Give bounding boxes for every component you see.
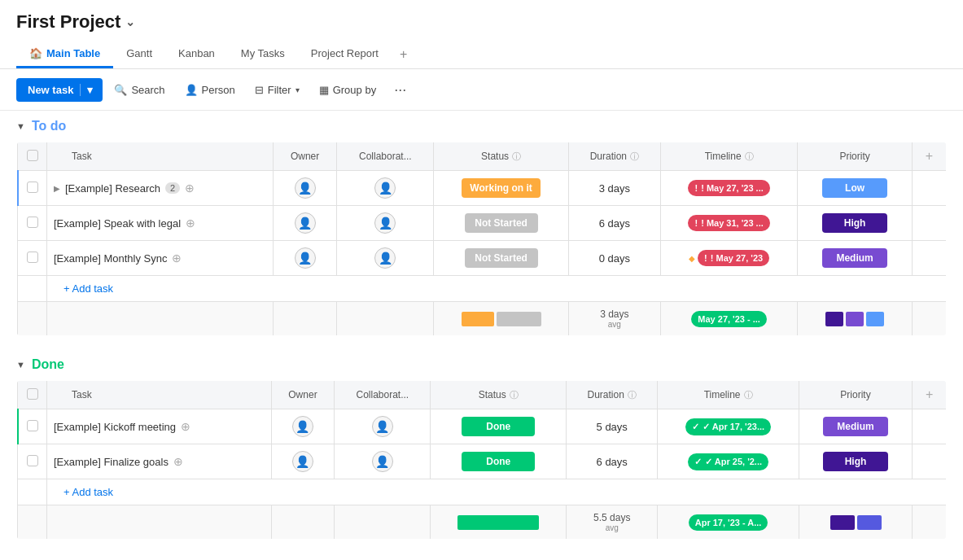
status-cell[interactable]: Done [431, 409, 567, 444]
add-subtask-icon[interactable]: ⊕ [173, 455, 183, 468]
collab-cell[interactable]: 👤 [337, 206, 434, 241]
filter-button[interactable]: ⊟ Filter ▾ [247, 79, 308, 101]
collab-cell[interactable]: 👤 [335, 409, 431, 444]
tab-kanban[interactable]: Kanban [165, 41, 228, 68]
status-badge: Not Started [465, 248, 538, 268]
priority-cell[interactable]: High [799, 444, 912, 479]
project-title-bar: First Project ⌄ [16, 11, 947, 33]
add-subtask-icon[interactable]: ⊕ [186, 217, 195, 230]
collab-cell[interactable]: 👤 [337, 241, 434, 276]
tab-my-tasks[interactable]: My Tasks [228, 41, 298, 68]
row-checkbox[interactable] [27, 217, 38, 228]
done-add-column-header[interactable]: + [913, 381, 947, 409]
done-add-task-row[interactable]: + Add task [18, 479, 947, 505]
more-icon: ··· [394, 81, 406, 98]
tab-main-table[interactable]: 🏠 Main Table [16, 41, 113, 68]
table-row: [Example] Kickoff meeting ⊕ 👤 👤 Done 5 d… [18, 409, 947, 444]
more-options-button[interactable]: ··· [387, 77, 413, 102]
row-checkbox-cell[interactable] [18, 206, 47, 241]
tab-project-report[interactable]: Project Report [298, 41, 392, 68]
done-status-info-icon[interactable]: ⓘ [510, 389, 519, 401]
owner-cell[interactable]: 👤 [271, 444, 335, 479]
task-name-cell: [Example] Monthly Sync ⊕ [47, 241, 274, 276]
done-select-all-header[interactable] [18, 381, 47, 409]
todo-add-column-header[interactable]: + [912, 142, 946, 171]
todo-status-column-header: Status ⓘ [434, 142, 568, 171]
status-info-icon[interactable]: ⓘ [512, 151, 521, 163]
collab-cell[interactable]: 👤 [335, 444, 431, 479]
todo-priority-column-header: Priority [798, 142, 912, 171]
new-task-dropdown-arrow[interactable]: ▾ [80, 84, 93, 96]
timeline-cell[interactable]: ✓✓ Apr 17, '23... [658, 409, 799, 444]
timeline-cell[interactable]: ◆ !! May 27, '23 [660, 241, 798, 276]
status-cell[interactable]: Done [431, 444, 567, 479]
todo-section-header[interactable]: ▼ To do [0, 111, 963, 142]
add-subtask-icon[interactable]: ⊕ [181, 420, 190, 433]
select-all-checkbox[interactable] [27, 150, 38, 161]
owner-cell[interactable]: 👤 [273, 171, 336, 206]
person-button[interactable]: 👤 Person [177, 79, 243, 101]
owner-cell[interactable]: 👤 [271, 409, 335, 444]
row-checkbox[interactable] [27, 455, 38, 466]
row-add-cell [912, 206, 946, 241]
owner-avatar: 👤 [295, 247, 316, 269]
select-all-checkbox-done[interactable] [27, 388, 38, 400]
todo-owner-column-header: Owner [273, 142, 336, 171]
done-section-header[interactable]: ▼ Done [0, 349, 963, 380]
add-task-label[interactable]: + Add task [47, 276, 947, 302]
row-add-cell [913, 409, 947, 444]
row-checkbox-cell[interactable] [18, 241, 47, 276]
status-cell[interactable]: Not Started [434, 241, 568, 276]
row-checkbox[interactable] [27, 420, 38, 431]
add-subtask-icon[interactable]: ⊕ [185, 182, 195, 195]
todo-timeline-summary: May 27, '23 - ... [660, 302, 798, 336]
duration-info-icon[interactable]: ⓘ [630, 151, 639, 163]
todo-toggle-icon[interactable]: ▼ [16, 121, 25, 131]
timeline-cell[interactable]: !! May 27, '23 ... [660, 171, 798, 206]
status-badge: Working on it [462, 178, 540, 198]
owner-cell[interactable]: 👤 [273, 206, 336, 241]
timeline-cell[interactable]: !! May 31, '23 ... [660, 206, 798, 241]
priority-bar-high [825, 312, 843, 326]
timeline-info-icon[interactable]: ⓘ [745, 151, 754, 163]
done-timeline-column-header: Timeline ⓘ [658, 381, 799, 409]
priority-cell[interactable]: Low [798, 171, 912, 206]
owner-avatar: 👤 [292, 451, 313, 472]
collab-cell[interactable]: 👤 [337, 171, 434, 206]
tab-gantt[interactable]: Gantt [113, 41, 165, 68]
collab-avatar: 👤 [374, 177, 396, 199]
tab-add-button[interactable]: + [392, 41, 415, 68]
done-toggle-icon[interactable]: ▼ [16, 360, 25, 370]
row-checkbox-cell[interactable] [18, 444, 47, 479]
done-duration-info-icon[interactable]: ⓘ [628, 389, 637, 401]
done-add-column-icon[interactable]: + [926, 387, 933, 401]
search-button[interactable]: 🔍 Search [106, 79, 173, 101]
todo-section: ▼ To do Task Owner Collaborat... [0, 111, 963, 336]
row-checkbox-cell[interactable] [18, 171, 47, 206]
row-checkbox[interactable] [27, 182, 38, 193]
done-task-column-header: Task [47, 381, 272, 409]
todo-duration-column-header: Duration ⓘ [568, 142, 660, 171]
add-task-row[interactable]: + Add task [18, 276, 947, 302]
priority-cell[interactable]: High [798, 206, 912, 241]
task-name-cell: [Example] Kickoff meeting ⊕ [47, 409, 272, 444]
row-checkbox[interactable] [27, 252, 38, 263]
status-cell[interactable]: Not Started [434, 206, 568, 241]
priority-cell[interactable]: Medium [799, 409, 912, 444]
new-task-button[interactable]: New task ▾ [16, 78, 103, 102]
priority-cell[interactable]: Medium [798, 241, 912, 276]
expand-arrow-icon[interactable]: ▶ [54, 184, 60, 193]
group-by-button[interactable]: ▦ Group by [311, 79, 384, 101]
done-add-task-label[interactable]: + Add task [47, 479, 947, 505]
todo-select-all-header[interactable] [18, 142, 47, 171]
project-title-chevron[interactable]: ⌄ [125, 15, 135, 28]
status-cell[interactable]: Working on it [434, 171, 568, 206]
timeline-cell[interactable]: ✓✓ Apr 25, '2... [658, 444, 799, 479]
add-subtask-icon[interactable]: ⊕ [172, 252, 182, 265]
add-column-icon[interactable]: + [926, 149, 933, 163]
page-header: First Project ⌄ 🏠 Main Table Gantt Kanba… [0, 0, 963, 69]
owner-cell[interactable]: 👤 [273, 241, 336, 276]
collab-avatar: 👤 [374, 212, 396, 234]
done-timeline-info-icon[interactable]: ⓘ [744, 389, 753, 401]
row-checkbox-cell[interactable] [18, 409, 47, 444]
